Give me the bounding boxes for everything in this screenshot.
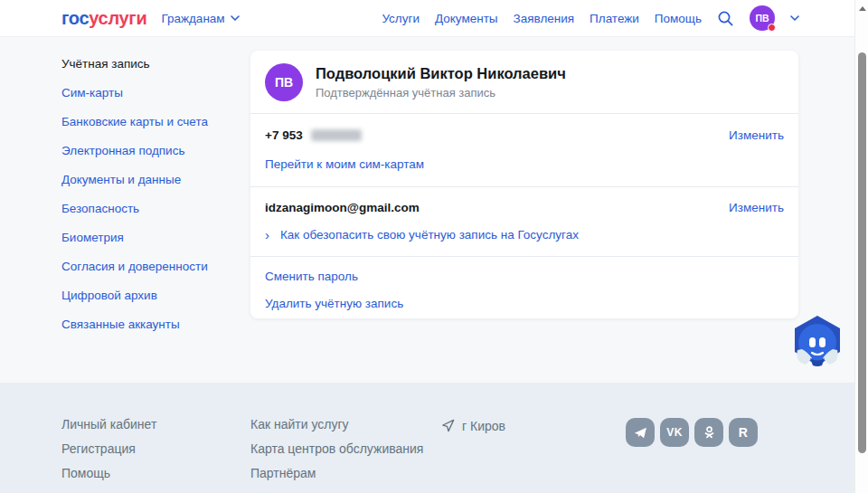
change-password-row: Сменить пароль <box>265 262 784 289</box>
chevron-down-icon <box>231 15 240 21</box>
telegram-icon[interactable] <box>626 418 655 447</box>
sidebar-item-documents[interactable]: Документы и данные <box>61 165 233 194</box>
go-to-sim-cards-link[interactable]: Перейти к моим сим-картам <box>265 157 424 171</box>
footer-column-services: Как найти услугу Карта центров обслужива… <box>250 412 423 486</box>
page: госуслуги Гражданам Услуги Документы Зая… <box>0 0 868 493</box>
phone-number-redacted <box>311 129 362 141</box>
header-nav: Услуги Документы Заявления Платежи Помощ… <box>382 5 799 31</box>
profile-card-header: ПВ Подволоцкий Виктор Николаевич Подтвер… <box>250 51 798 114</box>
account-actions-section: Сменить пароль Удалить учётную запись <box>250 257 798 326</box>
avatar-initials: ПВ <box>755 13 769 24</box>
phone-row: +7 953 Изменить <box>265 119 784 150</box>
profile-chevron-down-icon[interactable] <box>790 15 799 21</box>
footer-column-account: Личный кабинет Регистрация Помощь <box>61 412 156 486</box>
sidebar-item-linked-accounts[interactable]: Связанные аккаунты <box>61 309 233 338</box>
nav-help[interactable]: Помощь <box>655 12 702 25</box>
profile-avatar[interactable]: ПВ <box>750 5 775 31</box>
edit-phone-button[interactable]: Изменить <box>729 128 784 142</box>
sidebar-item-security[interactable]: Безопасность <box>61 194 233 223</box>
footer-registration-link[interactable]: Регистрация <box>61 437 156 461</box>
footer-partners-link[interactable]: Партнёрам <box>250 461 423 486</box>
delete-account-link[interactable]: Удалить учётную запись <box>265 297 403 310</box>
sidebar-item-biometrics[interactable]: Биометрия <box>61 223 233 251</box>
nav-applications[interactable]: Заявления <box>514 12 575 25</box>
logo-part-blue: гос <box>61 8 89 28</box>
security-tip-row: › Как обезопасить свою учётную запись на… <box>265 222 784 247</box>
audience-label: Гражданам <box>161 12 224 25</box>
person-name: Подволоцкий Виктор Николаевич <box>316 65 566 82</box>
sidebar-item-sim-cards[interactable]: Сим-карты <box>61 78 233 107</box>
top-header: госуслуги Гражданам Услуги Документы Зая… <box>0 0 868 37</box>
account-status: Подтверждённая учётная запись <box>316 86 566 100</box>
profile-card: ПВ Подволоцкий Виктор Николаевич Подтвер… <box>250 51 798 318</box>
header-left: госуслуги Гражданам <box>61 8 240 29</box>
phone-number: +7 953 <box>265 128 362 142</box>
sidebar-item-bank-cards[interactable]: Банковские карты и счета <box>61 107 233 136</box>
avatar-initials: ПВ <box>275 75 293 90</box>
odnoklassniki-icon[interactable] <box>694 418 723 447</box>
location-label: г Киров <box>462 419 505 433</box>
footer-service-centers-map-link[interactable]: Карта центров обслуживания <box>250 437 423 461</box>
rutube-icon[interactable]: R <box>729 418 758 447</box>
logo-part-red: услуги <box>89 8 146 28</box>
secure-account-link[interactable]: Как обезопасить свою учётную запись на Г… <box>280 228 579 242</box>
nav-documents[interactable]: Документы <box>435 12 498 25</box>
avatar: ПВ <box>265 63 303 101</box>
sidebar-item-esignature[interactable]: Электронная подпись <box>61 136 233 165</box>
edit-email-button[interactable]: Изменить <box>729 201 784 214</box>
sidebar-item-digital-archive[interactable]: Цифровой архив <box>61 280 233 309</box>
search-icon[interactable] <box>717 10 734 27</box>
scrollbar[interactable] <box>854 0 868 493</box>
email-address: idzanagimoon@gmail.com <box>265 201 420 214</box>
footer-personal-cabinet-link[interactable]: Личный кабинет <box>61 412 156 437</box>
phone-section: +7 953 Изменить Перейти к моим сим-карта… <box>250 114 798 187</box>
account-sidebar: Учётная запись Сим-карты Банковские карт… <box>61 49 233 338</box>
robot-assistant-mascot-icon[interactable] <box>790 314 844 368</box>
navigation-arrow-icon <box>440 418 456 433</box>
scrollbar-thumb[interactable] <box>858 52 866 453</box>
sidebar-item-account[interactable]: Учётная запись <box>61 49 233 78</box>
footer-help-link[interactable]: Помощь <box>61 461 156 486</box>
footer-find-service-link[interactable]: Как найти услугу <box>250 412 423 437</box>
scrollbar-up-arrow-icon[interactable] <box>855 3 868 14</box>
email-row: idzanagimoon@gmail.com Изменить <box>265 193 784 222</box>
person-info: Подволоцкий Виктор Николаевич Подтверждё… <box>316 65 566 100</box>
chevron-right-icon: › <box>265 228 269 242</box>
email-section: idzanagimoon@gmail.com Изменить › Как об… <box>250 187 798 257</box>
nav-services[interactable]: Услуги <box>382 12 420 25</box>
vk-icon[interactable]: VK <box>660 418 689 447</box>
change-password-link[interactable]: Сменить пароль <box>265 270 358 283</box>
sidebar-item-consents[interactable]: Согласия и доверенности <box>61 251 233 280</box>
notification-dot <box>768 24 776 32</box>
nav-payments[interactable]: Платежи <box>590 12 639 25</box>
location-selector[interactable]: г Киров <box>440 418 505 433</box>
delete-account-row: Удалить учётную запись <box>265 289 784 317</box>
sim-cards-row: Перейти к моим сим-картам <box>265 150 784 177</box>
audience-selector[interactable]: Гражданам <box>161 12 239 25</box>
social-links: VK R <box>626 418 758 447</box>
gosuslugi-logo[interactable]: госуслуги <box>61 8 146 29</box>
